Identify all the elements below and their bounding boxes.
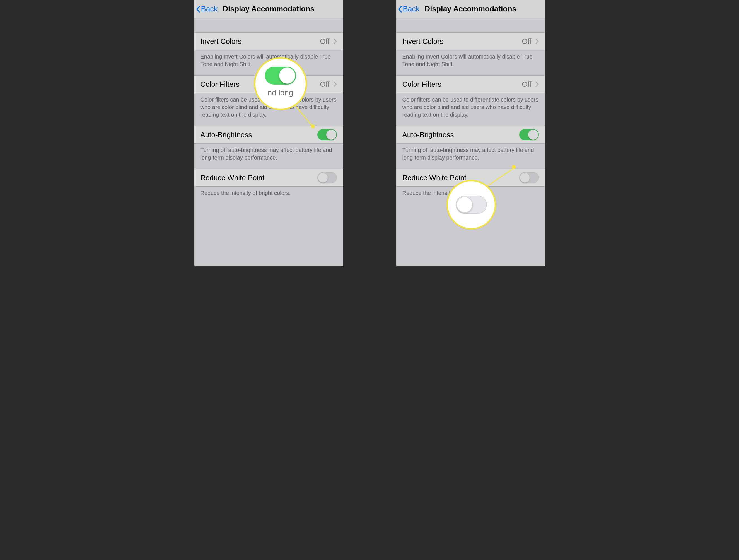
back-label: Back [201,5,218,13]
callout-auto-brightness-on: nd long [254,57,307,110]
nav-bar: Back Display Accommodations [396,0,545,18]
callout-toggle-off-icon [456,196,487,214]
row-label: Color Filters [200,80,240,89]
callout-reduce-white-point-off [446,180,496,230]
row-footer-white: Reduce the intensity of bright colors. [194,186,343,204]
row-label: Auto-Brightness [200,131,252,139]
row-value: Off [320,80,329,89]
row-footer-auto: Turning off auto-brightness may affect b… [194,144,343,169]
row-footer-filters: Color filters can be used to differentia… [396,93,545,126]
reduce-white-point-toggle[interactable] [519,172,539,183]
screenshot-left: Back Display Accommodations Invert Color… [194,0,343,266]
row-reduce-white-point: Reduce White Point [194,169,343,186]
chevron-left-icon [398,6,402,13]
row-label: Color Filters [402,80,441,89]
row-label: Reduce White Point [200,173,265,182]
back-label: Back [403,5,420,13]
back-button[interactable]: Back [396,5,420,13]
screenshot-right: Back Display Accommodations Invert Color… [396,0,545,266]
auto-brightness-toggle[interactable] [519,129,539,140]
chevron-right-icon [536,82,539,87]
row-label: Reduce White Point [402,173,466,182]
row-invert-colors[interactable]: Invert Colors Off [396,32,545,50]
callout-pointer-dot [311,124,315,128]
callout-toggle-on-icon [265,66,296,85]
chevron-right-icon [536,38,539,44]
callout-fragment-text: nd long [268,89,293,97]
row-color-filters[interactable]: Color Filters Off [396,75,545,93]
nav-bar: Back Display Accommodations [194,0,343,18]
row-value: Off [522,37,531,46]
chevron-left-icon [196,6,200,13]
row-label: Invert Colors [200,37,242,46]
row-label: Auto-Brightness [402,131,454,139]
row-auto-brightness: Auto-Brightness [194,126,343,144]
back-button[interactable]: Back [194,5,218,13]
callout-pointer-dot [512,165,516,169]
row-label: Invert Colors [402,37,443,46]
row-invert-colors[interactable]: Invert Colors Off [194,32,343,50]
row-value: Off [320,37,329,46]
row-footer-auto: Turning off auto-brightness may affect b… [396,144,545,169]
row-value: Off [522,80,531,89]
row-footer-invert: Enabling Invert Colors will automaticall… [396,50,545,75]
row-auto-brightness: Auto-Brightness [396,126,545,144]
chevron-right-icon [333,82,337,87]
chevron-right-icon [333,38,337,44]
auto-brightness-toggle[interactable] [317,129,337,140]
reduce-white-point-toggle[interactable] [317,172,337,183]
